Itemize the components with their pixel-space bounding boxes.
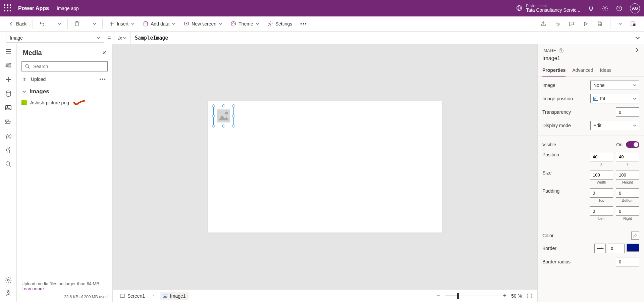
tab-ideas[interactable]: Ideas	[600, 65, 611, 76]
zoom-slider[interactable]	[445, 296, 498, 296]
canvas-stage[interactable]	[113, 44, 537, 289]
tree-view-icon[interactable]	[5, 62, 12, 69]
display-mode-dropdown[interactable]: Edit	[590, 121, 639, 130]
prop-visible-label: Visible	[542, 142, 556, 147]
upload-more-button[interactable]: •••	[99, 77, 106, 82]
paste-more-button[interactable]	[89, 20, 100, 28]
zoom-out-button[interactable]: −	[436, 292, 440, 299]
notifications-icon[interactable]	[588, 5, 594, 12]
border-radius-input[interactable]	[616, 257, 639, 266]
paste-button[interactable]	[70, 19, 83, 29]
border-style-dropdown[interactable]	[594, 244, 606, 253]
new-screen-button[interactable]: New screen	[180, 19, 226, 29]
app-launcher-icon[interactable]	[4, 4, 12, 12]
fit-to-screen-icon[interactable]	[527, 293, 533, 299]
settings-rail-icon[interactable]	[5, 276, 12, 284]
settings-gear-icon[interactable]	[602, 5, 608, 12]
formula-input[interactable]	[131, 32, 631, 44]
size-height-input[interactable]	[616, 170, 639, 180]
padding-left-input[interactable]	[590, 206, 613, 216]
undo-more-button[interactable]	[54, 20, 65, 28]
transparency-input[interactable]	[616, 107, 639, 117]
collapse-panel-button[interactable]	[635, 48, 639, 53]
breadcrumb-screen[interactable]: Screen1	[117, 292, 148, 300]
selected-image-control[interactable]	[213, 106, 234, 126]
resize-handle[interactable]	[212, 104, 215, 107]
back-button[interactable]: Back	[5, 19, 30, 29]
position-x-input[interactable]	[590, 152, 613, 161]
image-dropdown[interactable]: None	[590, 81, 639, 90]
back-arrow-icon	[8, 21, 14, 27]
svg-point-21	[7, 279, 9, 281]
tab-advanced[interactable]: Advanced	[572, 65, 593, 76]
media-search-input[interactable]	[33, 64, 105, 69]
breadcrumb-control[interactable]: Image1	[160, 292, 189, 300]
variables-icon[interactable]: (x)	[5, 132, 12, 140]
tools-icon[interactable]	[5, 146, 12, 154]
padding-bottom-input[interactable]	[616, 188, 639, 198]
media-file-item[interactable]: Ashish-picture.png	[17, 97, 112, 108]
share-button[interactable]	[537, 19, 550, 29]
resize-handle[interactable]	[222, 124, 225, 128]
media-search[interactable]	[21, 61, 108, 71]
upload-button[interactable]: Upload	[21, 76, 46, 82]
hamburger-icon[interactable]	[5, 48, 12, 55]
comments-button[interactable]	[565, 19, 578, 29]
media-pane-icon[interactable]	[5, 104, 12, 111]
data-pane-icon[interactable]	[5, 90, 12, 97]
help-badge-icon[interactable]: ?	[559, 48, 564, 53]
resize-handle[interactable]	[212, 114, 215, 117]
user-avatar[interactable]: AG	[630, 3, 640, 13]
back-label: Back	[16, 21, 26, 27]
images-section-header[interactable]: Images	[17, 85, 112, 97]
property-selector[interactable]: Image	[6, 33, 104, 43]
insert-button[interactable]: Insert	[105, 19, 138, 29]
add-data-button[interactable]: Add data	[139, 19, 179, 29]
save-button[interactable]	[593, 19, 606, 29]
resize-handle[interactable]	[232, 114, 235, 117]
learn-more-link[interactable]: Learn more	[21, 286, 108, 291]
separator	[102, 18, 103, 29]
resize-handle[interactable]	[232, 104, 235, 107]
resize-handle[interactable]	[232, 124, 235, 128]
theme-button[interactable]: Theme	[227, 19, 263, 29]
preview-button[interactable]	[579, 19, 592, 29]
screen-artboard[interactable]	[208, 101, 442, 233]
close-panel-button[interactable]: ✕	[102, 50, 106, 56]
overflow-button[interactable]: •••	[297, 19, 311, 29]
media-panel: Media ✕ Upload ••• Images Ashish-picture…	[17, 44, 113, 302]
save-more-button[interactable]	[614, 20, 625, 28]
power-automate-icon[interactable]	[5, 118, 12, 125]
padding-right-input[interactable]	[616, 206, 639, 216]
insert-label: Insert	[117, 21, 128, 27]
resize-handle[interactable]	[222, 104, 225, 107]
zoom-in-button[interactable]: +	[503, 292, 507, 299]
fx-button[interactable]: fx	[114, 32, 131, 44]
undo-button[interactable]	[36, 19, 48, 29]
tab-properties[interactable]: Properties	[542, 65, 566, 76]
border-width-input[interactable]	[608, 244, 625, 253]
separator	[67, 18, 68, 29]
color-edit-button[interactable]	[631, 232, 639, 240]
resize-handle[interactable]	[212, 124, 215, 128]
publish-button[interactable]	[627, 19, 639, 29]
control-name[interactable]: Image1	[538, 55, 644, 65]
settings-button[interactable]: Settings	[264, 19, 296, 29]
visible-toggle[interactable]	[626, 141, 639, 148]
property-selector-value: Image	[10, 35, 23, 41]
checker-button[interactable]	[551, 19, 564, 29]
virtual-agent-icon[interactable]	[5, 290, 12, 297]
environment-picker[interactable]: Environment Tata Consultancy Servic...	[516, 4, 580, 13]
file-name: Ashish-picture.png	[30, 100, 69, 105]
app-header: Power Apps | image app Environment Tata …	[0, 0, 644, 16]
image-position-dropdown[interactable]: Fit	[590, 94, 639, 103]
size-width-input[interactable]	[590, 170, 613, 180]
padding-top-input[interactable]	[590, 188, 613, 198]
search-icon[interactable]	[5, 160, 12, 168]
border-color-swatch[interactable]	[627, 244, 639, 252]
expand-formula-button[interactable]	[631, 32, 644, 44]
canvas-footer: Screen1 › Image1 − + 50 %	[113, 289, 537, 302]
position-y-input[interactable]	[616, 152, 639, 161]
insert-pane-icon[interactable]	[5, 76, 12, 83]
help-icon[interactable]	[616, 5, 623, 12]
